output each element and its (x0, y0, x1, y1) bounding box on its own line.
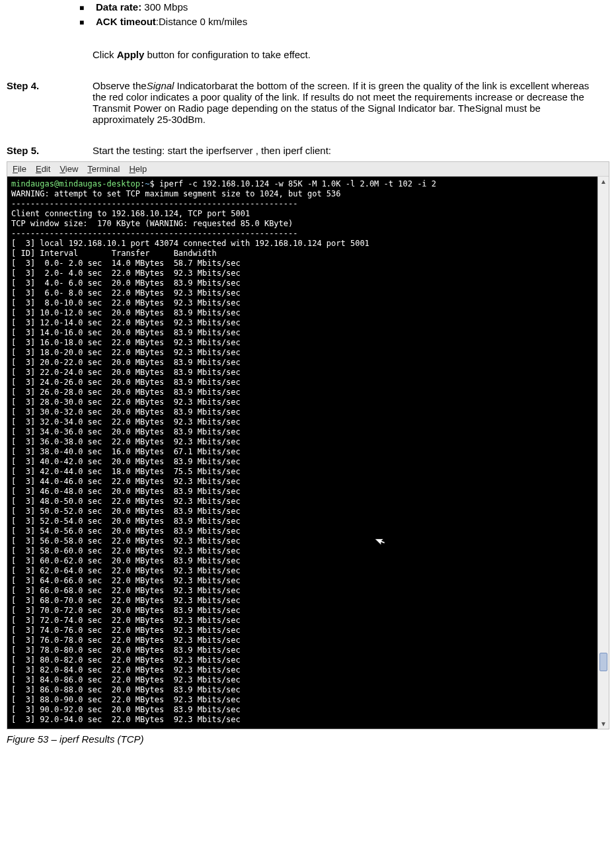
terminal-menubar: File Edit View Terminal Help (7, 162, 609, 177)
step-5-label: Step 5. (7, 145, 93, 156)
data-rate-value: 300 Mbps (141, 1, 188, 13)
scroll-thumb[interactable] (599, 653, 607, 671)
data-rate-label: Data rate: (96, 1, 141, 13)
bullet-list: ■ Data rate: 300 Mbps ■ ACK timeout:Dist… (79, 1, 609, 29)
scroll-down-icon[interactable]: ▼ (598, 719, 609, 729)
menu-help[interactable]: Help (129, 164, 147, 174)
bullet-ack: ■ ACK timeout:Distance 0 km/miles (79, 16, 609, 29)
bullet-icon: ■ (79, 16, 96, 29)
mouse-cursor-icon (374, 532, 390, 548)
menu-terminal[interactable]: Terminal (87, 164, 120, 174)
terminal-scrollbar[interactable]: ▲ ▼ (597, 177, 609, 729)
ack-label: ACK timeout (96, 16, 156, 27)
terminal-output[interactable]: mindaugas@mindaugas-desktop:~$ iperf -c … (7, 177, 597, 729)
step-4: Step 4. Observe theSignal Indicatorbarat… (7, 80, 609, 125)
menu-edit[interactable]: Edit (36, 164, 50, 174)
bullet-icon: ■ (79, 1, 96, 15)
menu-file[interactable]: File (13, 164, 26, 174)
step-5-body: Start the testing: start the iperfserver… (93, 145, 609, 156)
figure-caption: Figure 53 – iperf Results (TCP) (7, 733, 609, 745)
terminal-window: File Edit View Terminal Help mindaugas@m… (7, 161, 609, 729)
ack-value: :Distance 0 km/miles (156, 16, 247, 27)
bullet-data-rate: ■ Data rate: 300 Mbps (79, 1, 609, 15)
step-4-label: Step 4. (7, 80, 93, 91)
apply-instruction: Click Apply button for configuration to … (93, 49, 609, 60)
step-4-body: Observe theSignal Indicatorbarat the bot… (93, 80, 609, 125)
step-5: Step 5. Start the testing: start the ipe… (7, 145, 609, 156)
scroll-up-icon[interactable]: ▲ (598, 177, 609, 186)
menu-view[interactable]: View (59, 164, 78, 174)
